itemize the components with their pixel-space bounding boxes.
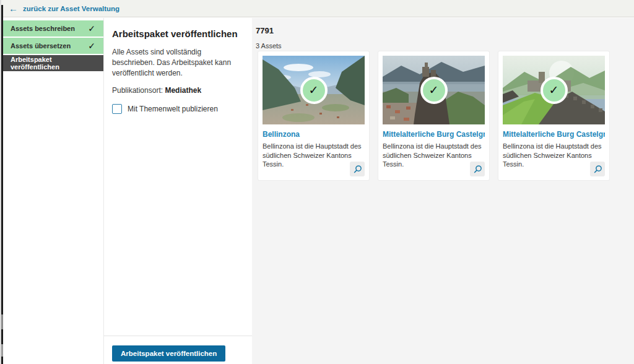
magnifier-icon [593, 165, 602, 174]
asset-card: ✓ Mittelalterliche Burg Castelgrande in … [378, 51, 489, 180]
stepper-item-label: Assets übersetzen [11, 42, 71, 50]
back-link-label: zurück zur Asset Verwaltung [23, 5, 119, 12]
stepper-item-3[interactable]: Arbeitspaket veröffentlichen [3, 55, 103, 71]
panel-title: Arbeitspaket veröffentlichen [112, 28, 242, 39]
stepper-item-1[interactable]: Assets beschreiben✓ [3, 20, 103, 37]
check-icon: ✓ [309, 84, 319, 96]
themenwelt-checkbox-label: Mit Themenwelt publizieren [128, 105, 218, 113]
themenwelt-checkbox-row: Mit Themenwelt publizieren [112, 104, 242, 114]
package-header: 7791 3 Assets [252, 18, 634, 50]
published-status-badge: ✓ [300, 77, 328, 104]
asset-thumbnail: ✓ [383, 56, 485, 124]
app-screen: ← zurück zur Asset Verwaltung Assets bes… [0, 0, 634, 364]
check-icon: ✓ [429, 84, 439, 96]
stepper-item-2[interactable]: Assets übersetzen✓ [3, 38, 103, 54]
panel-description: Alle Assets sind vollständig beschrieben… [112, 47, 242, 78]
themenwelt-checkbox[interactable] [112, 104, 122, 114]
asset-title-link[interactable]: Mittelalterliche Burg Castelgrande in [503, 130, 605, 139]
top-bar: ← zurück zur Asset Verwaltung [0, 0, 634, 17]
publication-location-label: Publikationsort: [112, 86, 163, 95]
check-icon: ✓ [88, 41, 95, 51]
left-edge-gray-segment [1, 314, 3, 329]
asset-preview-button[interactable] [590, 162, 605, 176]
publication-location-value: Mediathek [165, 86, 201, 95]
asset-package-area: 7791 3 Assets ✓ [252, 18, 634, 364]
workflow-stepper: Assets beschreiben✓Assets übersetzen✓Arb… [3, 18, 103, 364]
magnifier-icon [473, 165, 482, 174]
panel-footer: Arbeitspaket veröffentlichen [104, 336, 252, 364]
magnifier-icon [353, 165, 362, 174]
left-edge-dark-strip [1, 5, 3, 364]
asset-thumbnail: ✓ [503, 56, 605, 124]
stepper-item-label: Arbeitspaket veröffentlichen [11, 56, 95, 71]
asset-title-link[interactable]: Mittelalterliche Burg Castelgrande in [383, 130, 485, 139]
asset-preview-button[interactable] [470, 162, 485, 176]
published-status-badge: ✓ [541, 77, 568, 104]
package-id: 7791 [256, 26, 634, 35]
asset-title-link[interactable]: Bellinzona [263, 130, 365, 139]
asset-preview-button[interactable] [350, 162, 365, 176]
back-to-asset-management-link[interactable]: ← zurück zur Asset Verwaltung [9, 4, 119, 13]
check-icon: ✓ [88, 24, 95, 33]
asset-card: ✓ Mittelalterliche Burg Castelgrande in … [498, 51, 609, 180]
asset-thumbnail: ✓ [263, 56, 365, 124]
asset-count: 3 Assets [256, 42, 634, 50]
asset-card-list: ✓ Bellinzona Bellinzona ist die Hauptsta… [258, 51, 609, 180]
stepper-item-label: Assets beschreiben [11, 25, 75, 32]
publish-button[interactable]: Arbeitspaket veröffentlichen [112, 345, 225, 362]
published-status-badge: ✓ [420, 77, 448, 104]
back-arrow-icon: ← [9, 4, 18, 13]
publish-panel: Arbeitspaket veröffentlichen Alle Assets… [103, 18, 252, 364]
left-edge-gray-segment [1, 344, 3, 357]
publication-location-line: Publikationsort: Mediathek [112, 86, 242, 95]
asset-card: ✓ Bellinzona Bellinzona ist die Hauptsta… [258, 51, 369, 180]
check-icon: ✓ [549, 84, 559, 96]
